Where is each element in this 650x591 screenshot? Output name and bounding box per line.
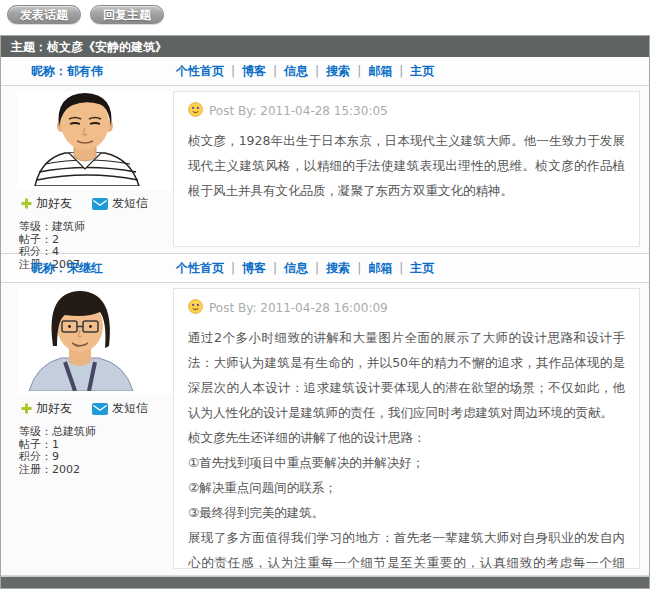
link-homepage[interactable]: 主页 [410, 260, 434, 277]
link-mail[interactable]: 邮箱 [368, 260, 392, 277]
add-friend-button[interactable]: 加好友 [21, 195, 72, 212]
send-message-button[interactable]: 发短信 [92, 195, 148, 212]
stat-level: 等级：建筑师 [19, 221, 173, 234]
link-separator: | [357, 64, 361, 78]
post-header: 昵称：郁有伟 个性首页 | 博客 | 信息 | 搜索 | 邮箱 | 主页 [1, 57, 649, 86]
post-author-nickname: 昵称：宋继红 [1, 260, 146, 277]
link-separator: | [315, 261, 319, 275]
add-friend-label: 加好友 [36, 195, 72, 212]
post-sidebar: 加好友 发短信 等级：建筑师 帖子：2 积分：4 注册：2007 [1, 86, 173, 253]
post-paragraph: 展现了多方面值得我们学习的地方：首先老一辈建筑大师对自身职业的发自内心的责任感，… [188, 525, 625, 569]
link-separator: | [399, 64, 403, 78]
reply-topic-button[interactable]: 回复主题 [90, 5, 164, 24]
avatar [17, 288, 173, 395]
link-blog[interactable]: 博客 [242, 63, 266, 80]
envelope-icon [92, 198, 108, 210]
link-separator: | [315, 64, 319, 78]
post-paragraph: 桢文彦先生还详细的讲解了他的设计思路： [188, 425, 625, 450]
sidebar-actions: 加好友 发短信 [21, 195, 173, 212]
link-search[interactable]: 搜索 [326, 260, 350, 277]
stat-points: 积分：4 [19, 246, 173, 259]
user-links: 个性首页 | 博客 | 信息 | 搜索 | 邮箱 | 主页 [146, 260, 434, 277]
post-paragraph: ③最终得到完美的建筑。 [188, 500, 625, 525]
send-message-button[interactable]: 发短信 [92, 400, 148, 417]
link-separator: | [231, 64, 235, 78]
stat-points: 积分：9 [19, 451, 173, 464]
post-body: 加好友 发短信 等级：总建筑师 帖子：1 积分：9 注册：2002 [1, 283, 649, 576]
plus-icon [21, 198, 32, 209]
post-timestamp: Post By: 2011-04-28 15:30:05 [209, 104, 388, 118]
plus-icon [21, 403, 32, 414]
link-search[interactable]: 搜索 [326, 63, 350, 80]
post-paragraph: ②解决重点问题间的联系； [188, 475, 625, 500]
link-separator: | [273, 261, 277, 275]
avatar [17, 91, 173, 190]
link-separator: | [273, 64, 277, 78]
post-content: Post By: 2011-04-28 15:30:05 桢文彦，1928年出生… [173, 91, 640, 247]
post-content: Post By: 2011-04-28 16:00:09 通过2个多小时细致的讲… [173, 288, 640, 569]
thread-title-bar: 主题：桢文彦《安静的建筑》 [1, 36, 649, 57]
smiley-icon [188, 299, 203, 317]
toolbar: 发表话题 回复主题 [0, 0, 650, 35]
link-homepage[interactable]: 主页 [410, 63, 434, 80]
thread-footer-bar [1, 576, 649, 588]
stat-registered: 注册：2002 [19, 464, 173, 477]
thread-container: 主题：桢文彦《安静的建筑》 昵称：郁有伟 个性首页 | 博客 | 信息 | 搜索… [0, 35, 650, 589]
link-blog[interactable]: 博客 [242, 260, 266, 277]
post-paragraph: 通过2个多小时细致的讲解和大量图片全面的展示了大师的设计思路和设计手法：大师认为… [188, 325, 625, 425]
user-stats: 等级：总建筑师 帖子：1 积分：9 注册：2002 [19, 426, 173, 476]
post-meta: Post By: 2011-04-28 16:00:09 [188, 299, 625, 317]
post-paragraph: ①首先找到项目中重点要解决的并解决好； [188, 450, 625, 475]
envelope-icon [92, 403, 108, 415]
post-topic-button[interactable]: 发表话题 [7, 5, 81, 24]
link-separator: | [357, 261, 361, 275]
link-info[interactable]: 信息 [284, 63, 308, 80]
post-body: 加好友 发短信 等级：建筑师 帖子：2 积分：4 注册：2007 [1, 86, 649, 254]
post-meta: Post By: 2011-04-28 15:30:05 [188, 102, 625, 120]
sidebar-actions: 加好友 发短信 [21, 400, 173, 417]
link-profile-home[interactable]: 个性首页 [176, 260, 224, 277]
link-mail[interactable]: 邮箱 [368, 63, 392, 80]
add-friend-label: 加好友 [36, 400, 72, 417]
post-sidebar: 加好友 发短信 等级：总建筑师 帖子：1 积分：9 注册：2002 [1, 283, 173, 575]
link-info[interactable]: 信息 [284, 260, 308, 277]
user-links: 个性首页 | 博客 | 信息 | 搜索 | 邮箱 | 主页 [146, 63, 434, 80]
add-friend-button[interactable]: 加好友 [21, 400, 72, 417]
post-author-nickname: 昵称：郁有伟 [1, 63, 146, 80]
send-message-label: 发短信 [112, 195, 148, 212]
post-paragraph: 桢文彦，1928年出生于日本东京，日本现代主义建筑大师。他一生致力于发展现代主义… [188, 128, 625, 203]
link-separator: | [399, 261, 403, 275]
send-message-label: 发短信 [112, 400, 148, 417]
post-timestamp: Post By: 2011-04-28 16:00:09 [209, 301, 388, 315]
stat-level: 等级：总建筑师 [19, 426, 173, 439]
link-profile-home[interactable]: 个性首页 [176, 63, 224, 80]
link-separator: | [231, 261, 235, 275]
smiley-icon [188, 102, 203, 120]
